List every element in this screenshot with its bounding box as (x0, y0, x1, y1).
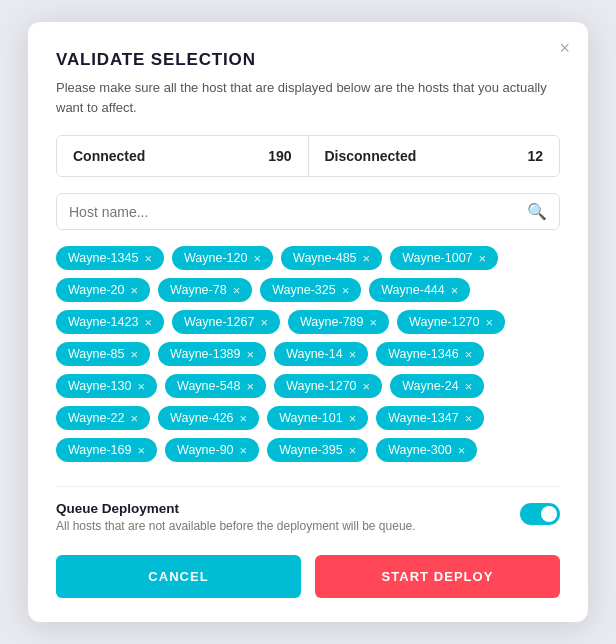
tag-item: Wayne-1267× (172, 310, 280, 334)
tag-remove-icon[interactable]: × (458, 444, 466, 457)
tag-label: Wayne-22 (68, 411, 125, 425)
queue-deployment-row: Queue Deployment All hosts that are not … (56, 486, 560, 537)
queue-title: Queue Deployment (56, 501, 416, 516)
tag-item: Wayne-1270× (274, 374, 382, 398)
tag-remove-icon[interactable]: × (144, 316, 152, 329)
search-input[interactable] (69, 204, 527, 220)
tag-remove-icon[interactable]: × (247, 348, 255, 361)
queue-text: Queue Deployment All hosts that are not … (56, 501, 416, 533)
tag-label: Wayne-1267 (184, 315, 254, 329)
tag-label: Wayne-789 (300, 315, 363, 329)
queue-toggle[interactable] (520, 503, 560, 525)
tag-remove-icon[interactable]: × (131, 412, 139, 425)
tag-label: Wayne-395 (279, 443, 342, 457)
tag-remove-icon[interactable]: × (349, 412, 357, 425)
stats-row: Connected 190 Disconnected 12 (56, 135, 560, 177)
connected-value: 190 (268, 148, 291, 164)
tag-item: Wayne-14× (274, 342, 368, 366)
tag-item: Wayne-78× (158, 278, 252, 302)
tag-label: Wayne-78 (170, 283, 227, 297)
tag-label: Wayne-20 (68, 283, 125, 297)
tag-item: Wayne-300× (376, 438, 477, 462)
connected-label: Connected (73, 148, 145, 164)
tag-remove-icon[interactable]: × (240, 444, 248, 457)
tag-remove-icon[interactable]: × (233, 284, 241, 297)
tag-item: Wayne-101× (267, 406, 368, 430)
tag-item: Wayne-1345× (56, 246, 164, 270)
connected-stat: Connected 190 (57, 136, 309, 176)
tag-remove-icon[interactable]: × (486, 316, 494, 329)
validate-selection-modal: × VALIDATE SELECTION Please make sure al… (28, 22, 588, 622)
search-row: 🔍 (56, 193, 560, 230)
tag-remove-icon[interactable]: × (260, 316, 268, 329)
tag-remove-icon[interactable]: × (137, 444, 145, 457)
tag-label: Wayne-1007 (402, 251, 472, 265)
tag-remove-icon[interactable]: × (465, 348, 473, 361)
tag-item: Wayne-1007× (390, 246, 498, 270)
tag-remove-icon[interactable]: × (144, 252, 152, 265)
tag-item: Wayne-1270× (397, 310, 505, 334)
tag-label: Wayne-14 (286, 347, 343, 361)
tag-item: Wayne-1347× (376, 406, 484, 430)
tag-label: Wayne-300 (388, 443, 451, 457)
tag-label: Wayne-1346 (388, 347, 458, 361)
tag-item: Wayne-169× (56, 438, 157, 462)
tag-remove-icon[interactable]: × (479, 252, 487, 265)
tag-label: Wayne-1423 (68, 315, 138, 329)
tag-remove-icon[interactable]: × (131, 284, 139, 297)
tag-label: Wayne-548 (177, 379, 240, 393)
tags-area: Wayne-1345×Wayne-120×Wayne-485×Wayne-100… (56, 246, 560, 466)
tag-item: Wayne-485× (281, 246, 382, 270)
tag-item: Wayne-1389× (158, 342, 266, 366)
tag-remove-icon[interactable]: × (131, 348, 139, 361)
start-deploy-button[interactable]: START DEPLOY (315, 555, 560, 598)
tag-item: Wayne-548× (165, 374, 266, 398)
tag-remove-icon[interactable]: × (247, 380, 255, 393)
tag-item: Wayne-325× (260, 278, 361, 302)
tag-item: Wayne-130× (56, 374, 157, 398)
close-button[interactable]: × (559, 38, 570, 59)
tag-remove-icon[interactable]: × (465, 380, 473, 393)
tag-remove-icon[interactable]: × (349, 348, 357, 361)
tag-remove-icon[interactable]: × (465, 412, 473, 425)
tag-label: Wayne-120 (184, 251, 247, 265)
tag-label: Wayne-1347 (388, 411, 458, 425)
tag-item: Wayne-1346× (376, 342, 484, 366)
tag-remove-icon[interactable]: × (370, 316, 378, 329)
tag-item: Wayne-24× (390, 374, 484, 398)
cancel-button[interactable]: CANCEL (56, 555, 301, 598)
tag-item: Wayne-395× (267, 438, 368, 462)
tag-remove-icon[interactable]: × (451, 284, 459, 297)
tag-label: Wayne-169 (68, 443, 131, 457)
tag-item: Wayne-90× (165, 438, 259, 462)
disconnected-stat: Disconnected 12 (309, 136, 560, 176)
tag-label: Wayne-1270 (286, 379, 356, 393)
modal-title: VALIDATE SELECTION (56, 50, 560, 70)
tag-remove-icon[interactable]: × (253, 252, 261, 265)
tag-item: Wayne-22× (56, 406, 150, 430)
search-icon: 🔍 (527, 202, 547, 221)
tag-item: Wayne-20× (56, 278, 150, 302)
tag-remove-icon[interactable]: × (342, 284, 350, 297)
tag-remove-icon[interactable]: × (137, 380, 145, 393)
tag-label: Wayne-130 (68, 379, 131, 393)
disconnected-label: Disconnected (325, 148, 417, 164)
tag-remove-icon[interactable]: × (363, 252, 371, 265)
tag-remove-icon[interactable]: × (240, 412, 248, 425)
tag-label: Wayne-85 (68, 347, 125, 361)
tag-label: Wayne-426 (170, 411, 233, 425)
tag-label: Wayne-1389 (170, 347, 240, 361)
tag-remove-icon[interactable]: × (363, 380, 371, 393)
tag-item: Wayne-1423× (56, 310, 164, 334)
tag-item: Wayne-120× (172, 246, 273, 270)
tag-label: Wayne-24 (402, 379, 459, 393)
tag-remove-icon[interactable]: × (349, 444, 357, 457)
tag-label: Wayne-101 (279, 411, 342, 425)
tag-item: Wayne-444× (369, 278, 470, 302)
tag-item: Wayne-426× (158, 406, 259, 430)
tag-label: Wayne-1270 (409, 315, 479, 329)
tag-item: Wayne-789× (288, 310, 389, 334)
disconnected-value: 12 (527, 148, 543, 164)
queue-description: All hosts that are not available before … (56, 519, 416, 533)
tag-label: Wayne-444 (381, 283, 444, 297)
